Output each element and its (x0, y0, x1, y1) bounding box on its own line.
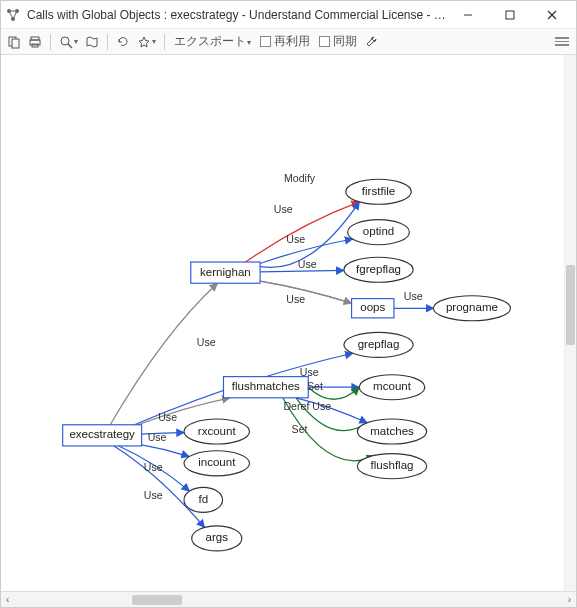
reuse-label: 再利用 (274, 33, 310, 50)
node-label-args: args (206, 531, 229, 543)
separator (50, 34, 51, 50)
wrench-icon[interactable] (363, 32, 381, 52)
edge-kernighan-fgrepflag (260, 270, 344, 272)
edge-execstrategy-incount (142, 445, 190, 457)
zoom-icon[interactable]: ▾ (57, 32, 80, 52)
sync-checkbox[interactable]: 同期 (316, 33, 360, 50)
node-label-rxcount: rxcount (198, 425, 237, 437)
svg-line-13 (68, 44, 72, 48)
edge-label: Use (298, 258, 317, 270)
edge-label: Use (286, 293, 305, 305)
node-label-mcount: mcount (373, 380, 412, 392)
scroll-right-icon[interactable]: › (565, 594, 574, 605)
node-label-execstrategy: execstrategy (69, 428, 135, 440)
edge-label: Use (300, 366, 319, 378)
node-label-kernighan: kernighan (200, 266, 251, 278)
node-label-fgrepflag: fgrepflag (356, 263, 401, 275)
node-label-oops: oops (360, 301, 385, 313)
separator (107, 34, 108, 50)
node-label-optind: optind (363, 225, 394, 237)
close-button[interactable] (532, 3, 572, 27)
scrollbar-thumb[interactable] (132, 595, 182, 605)
scrollbar-track[interactable] (12, 595, 564, 605)
svg-point-12 (61, 37, 69, 45)
graph-svg: execstrategykernighanflushmatchesoopsfir… (1, 55, 576, 575)
edge-label: Use (144, 489, 163, 501)
copy-icon[interactable] (5, 32, 23, 52)
svg-rect-8 (12, 39, 19, 48)
menu-icon[interactable] (552, 37, 572, 46)
node-label-firstfile: firstfile (362, 185, 395, 197)
edge-kernighan-oops (260, 281, 351, 303)
export-label: エクスポート (174, 34, 246, 48)
edge-label: Use (158, 411, 177, 423)
edge-label: Use (404, 290, 423, 302)
node-label-incount: incount (198, 456, 236, 468)
scrollbar-thumb[interactable] (566, 265, 575, 345)
edge-label: Set (307, 380, 323, 392)
node-label-flushmatches: flushmatches (232, 380, 300, 392)
node-label-fd: fd (198, 493, 208, 505)
node-label-grepflag: grepflag (358, 338, 400, 350)
edge-label: Modify (284, 172, 316, 184)
node-label-progname: progname (446, 301, 498, 313)
edge-label: Use (144, 461, 163, 473)
reuse-checkbox[interactable]: 再利用 (257, 33, 313, 50)
print-icon[interactable] (26, 32, 44, 52)
minimize-button[interactable] (448, 3, 488, 27)
separator (164, 34, 165, 50)
window-titlebar: Calls with Global Objects : execstrategy… (1, 1, 576, 29)
app-icon (5, 7, 21, 23)
node-label-matches: matches (370, 425, 414, 437)
sync-label: 同期 (333, 33, 357, 50)
edge-execstrategy-kernighan (110, 283, 217, 425)
edge-label: Use (274, 203, 293, 215)
toolbar: ▾ ▾ エクスポート▾ 再利用 同期 (1, 29, 576, 55)
vertical-scrollbar[interactable] (564, 55, 576, 591)
node-label-flushflag: flushflag (371, 459, 414, 471)
edge-kernighan-oops (260, 281, 351, 303)
scroll-left-icon[interactable]: ‹ (3, 594, 12, 605)
graph-canvas[interactable]: execstrategykernighanflushmatchesoopsfir… (1, 55, 576, 575)
edge-label: Use (197, 336, 216, 348)
star-icon[interactable]: ▾ (135, 32, 158, 52)
map-icon[interactable] (83, 32, 101, 52)
edge-label: Use (286, 233, 305, 245)
edge-label: Set (292, 423, 308, 435)
edge-label: Use (148, 431, 167, 443)
edge-label: Deref Use (283, 400, 331, 412)
horizontal-scrollbar[interactable]: ‹ › (1, 591, 576, 607)
maximize-button[interactable] (490, 3, 530, 27)
export-dropdown[interactable]: エクスポート▾ (171, 33, 254, 50)
refresh-icon[interactable] (114, 32, 132, 52)
window-title: Calls with Global Objects : execstrategy… (27, 8, 448, 22)
svg-rect-4 (506, 11, 514, 19)
